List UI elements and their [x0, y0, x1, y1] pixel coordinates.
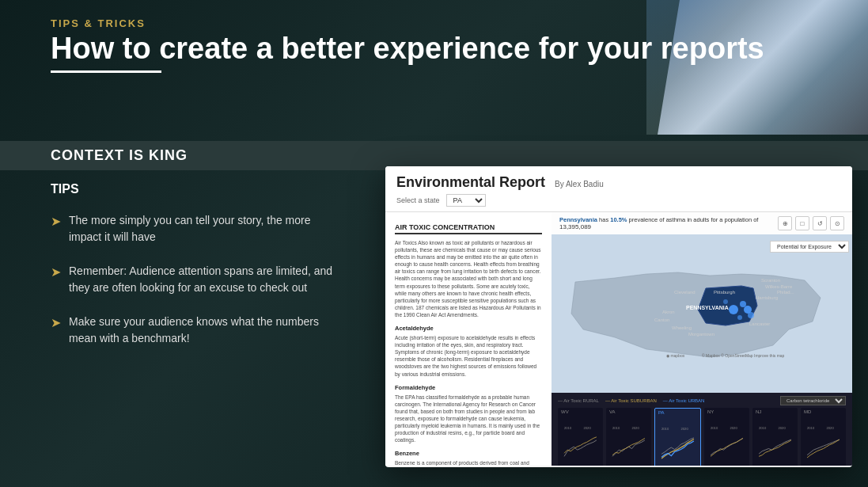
chart-pa-svg: 2010 2020 [658, 417, 697, 466]
report-author: By Alex Badiu [555, 180, 604, 188]
formaldehyde-title: Formaldehyde [395, 384, 542, 391]
chart-va: VA 2010 2020 [606, 408, 651, 466]
urban-legend: Air Toxic URBAN [669, 398, 704, 403]
tip-text-3: Make sure your audience knows what the n… [69, 314, 343, 347]
report-title: Environmental Report [396, 174, 545, 191]
chart-md: MD 2010 2020 [801, 408, 846, 466]
report-container: Environmental Report By Alex Badiu Selec… [385, 166, 852, 467]
svg-text:PENNSYLVANIA: PENNSYLVANIA [686, 305, 729, 310]
suburban-legend: Air Toxic SUBURBAN [611, 398, 657, 403]
svg-text:2020: 2020 [827, 426, 835, 430]
air-toxic-intro: Air Toxics Also known as toxic air pollu… [395, 239, 542, 318]
tip-item-3: ➤ Make sure your audience knows what the… [51, 314, 343, 347]
population-number: 13,395,089 [559, 223, 758, 230]
formaldehyde-text: The EPA has classified formaldehyde as a… [395, 394, 542, 444]
svg-text:2020: 2020 [779, 426, 787, 430]
map-ctrl-3[interactable]: ↺ [813, 216, 827, 230]
svg-text:2010: 2010 [711, 426, 718, 430]
chart-nj-label: NJ [756, 409, 794, 414]
chart-va-label: VA [609, 409, 648, 414]
state-select[interactable]: PA VA NY [446, 194, 486, 207]
svg-text:2010: 2010 [661, 427, 669, 431]
chart-nj: NJ 2010 2020 [752, 408, 798, 466]
pennsylvania-label: Pennsylvania [559, 216, 597, 223]
pennsylvania-map: PENNSYLVANIA Akron Cleveland Pittsburgh … [552, 234, 852, 393]
map-svg-container: PENNSYLVANIA Akron Cleveland Pittsburgh … [552, 234, 852, 393]
benzene-text: Benzene is a component of products deriv… [395, 459, 542, 466]
tip-item-2: ➤ Remember: Audience attention spans are… [51, 263, 343, 296]
map-ctrl-2[interactable]: □ [795, 216, 809, 230]
svg-text:2010: 2010 [564, 426, 572, 430]
svg-text:2010: 2010 [759, 426, 767, 430]
report-map-area: Pennsylvania has 10.5% prevalence of ast… [552, 212, 852, 466]
svg-text:2020: 2020 [584, 426, 592, 430]
chart-va-svg: 2010 2020 [609, 416, 648, 466]
svg-text:Lancaster: Lancaster [749, 321, 770, 326]
report-header: Environmental Report By Alex Badiu Selec… [385, 166, 852, 212]
map-ctrl-4[interactable]: ⊙ [830, 216, 844, 230]
title-underline [51, 70, 161, 73]
svg-text:Canton: Canton [654, 318, 669, 322]
svg-point-4 [748, 312, 754, 318]
svg-point-5 [737, 315, 742, 320]
charts-row: WV 2010 2020 VA 2010 2020 [558, 408, 846, 466]
chart-wv-label: WV [561, 409, 600, 414]
tip-item-1: ➤ The more simply you can tell your stor… [51, 212, 343, 245]
chart-md-svg: 2010 2020 [804, 416, 843, 466]
svg-text:2020: 2020 [681, 427, 689, 431]
chart-nj-svg: 2010 2020 [756, 416, 794, 466]
map-stat-text: Pennsylvania has 10.5% prevalence of ast… [559, 216, 758, 223]
chart-wv-svg: 2010 2020 [561, 416, 600, 466]
chart-md-label: MD [804, 409, 843, 414]
header: TIPS & TRICKS How to create a better exp… [51, 17, 764, 73]
svg-text:Philad...: Philad... [777, 290, 794, 295]
report-body: AIR TOXIC CONCENTRATION Air Toxics Also … [385, 212, 852, 466]
tip-text-1: The more simply you can tell your story,… [69, 212, 343, 245]
acetaldehyde-text: Acute (short-term) exposure to acetaldeh… [395, 334, 542, 378]
prevalence-pct: 10.5% [610, 216, 627, 223]
tip-arrow-2: ➤ [51, 264, 61, 280]
svg-point-1 [729, 305, 738, 314]
map-stats-bar: Pennsylvania has 10.5% prevalence of ast… [552, 212, 852, 234]
svg-point-2 [740, 301, 746, 307]
chart-wv: WV 2010 2020 [558, 408, 603, 466]
map-ctrl-1[interactable]: ⊕ [778, 216, 792, 230]
report-left-column: AIR TOXIC CONCENTRATION Air Toxics Also … [385, 212, 552, 466]
chemical-dropdown[interactable]: Carbon tetrachloride Benzene Formaldehyd… [780, 396, 846, 405]
svg-text:Scranton: Scranton [761, 278, 780, 283]
rural-legend: Air Toxic RURAL [563, 398, 599, 403]
svg-text:Wilkes-Barre: Wilkes-Barre [765, 284, 793, 289]
air-toxic-section-title: AIR TOXIC CONCENTRATION [395, 223, 542, 234]
main-title: How to create a better experience for yo… [51, 32, 764, 66]
svg-text:Akron: Akron [662, 310, 675, 314]
context-banner-title: CONTEXT IS KING [51, 147, 188, 163]
svg-text:◉ mapbox: ◉ mapbox [666, 353, 685, 358]
svg-text:Cleveland: Cleveland [674, 290, 696, 295]
report-bottom-area: — Air Toxic RURAL — Air Toxic SUBURBAN —… [552, 393, 852, 466]
svg-text:© Mapbox © OpenStreetMap  Impr: © Mapbox © OpenStreetMap Improve this ma… [702, 353, 785, 358]
svg-text:Wheeling: Wheeling [672, 325, 692, 330]
tip-arrow-1: ➤ [51, 214, 61, 229]
chart-pa: PA 2010 2020 [654, 408, 701, 466]
svg-text:Morgantown: Morgantown [688, 332, 714, 337]
report-select-label: Select a state [396, 196, 440, 204]
svg-text:Harrisburg: Harrisburg [756, 295, 778, 300]
chart-pa-label: PA [658, 410, 697, 415]
acetaldehyde-title: Acetaldehyde [395, 325, 542, 332]
tip-arrow-3: ➤ [51, 315, 61, 330]
tips-heading: TIPS [51, 182, 343, 196]
exposure-dropdown[interactable]: Potential for Exposure Actual Exposure [770, 241, 849, 253]
svg-text:2020: 2020 [632, 426, 640, 430]
svg-text:2010: 2010 [612, 426, 620, 430]
chart-ny-svg: 2010 2020 [707, 416, 746, 466]
chart-ny-label: NY [707, 409, 746, 414]
svg-text:2020: 2020 [730, 426, 738, 430]
tips-section: TIPS ➤ The more simply you can tell your… [51, 182, 343, 364]
svg-text:2010: 2010 [807, 426, 815, 430]
tips-tricks-label: TIPS & TRICKS [51, 17, 764, 29]
map-dropdown-row: Potential for Exposure Actual Exposure [770, 238, 849, 253]
svg-text:Pittsburgh: Pittsburgh [714, 290, 735, 295]
map-controls: ⊕ □ ↺ ⊙ [778, 216, 844, 230]
chart-ny: NY 2010 2020 [704, 408, 749, 466]
svg-point-6 [723, 299, 728, 304]
